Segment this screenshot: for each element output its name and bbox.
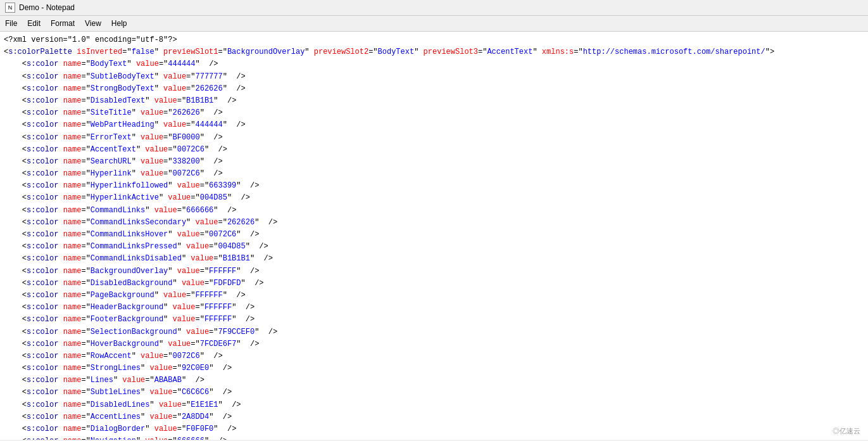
xml-line: <s:color name="DisabledLines" value="E1E… — [4, 399, 864, 411]
xml-line: <s:color name="ErrorText" value="BF0000"… — [4, 132, 864, 144]
xml-line: <s:color name="Lines" value="ABABAB" /> — [4, 374, 864, 387]
title-bar-text: Demo - Notepad — [19, 3, 75, 12]
xml-line: <s:color name="StrongBodyText" value="26… — [4, 83, 864, 95]
xml-line: <s:color name="PageBackground" value="FF… — [4, 290, 864, 302]
xml-line: <s:color name="WebPartHeading" value="44… — [4, 119, 864, 131]
watermark: ◎亿速云 — [833, 426, 860, 436]
xml-line: <s:color name="Hyperlink" value="0072C6"… — [4, 168, 864, 180]
xml-line: <s:color name="FooterBackground" value="… — [4, 314, 864, 326]
xml-line: <s:color name="Hyperlinkfollowed" value=… — [4, 180, 864, 192]
xml-line: <s:color name="DialogBorder" value="F0F0… — [4, 423, 864, 435]
xml-line: <?xml version="1.0" encoding="utf-8"?> — [4, 34, 864, 46]
xml-line: <s:color name="HeaderBackground" value="… — [4, 302, 864, 314]
xml-line: <s:color name="RowAccent" value="0072C6"… — [4, 350, 864, 362]
menu-item-file[interactable]: File — [0, 17, 22, 30]
menu-item-edit[interactable]: Edit — [22, 17, 46, 30]
menu-item-view[interactable]: View — [80, 17, 106, 30]
xml-line: <s:color name="StrongLines" value="92C0E… — [4, 362, 864, 374]
xml-line: <s:color name="HoverBackground" value="7… — [4, 338, 864, 350]
title-bar: N Demo - Notepad — [0, 0, 868, 16]
menu-item-format[interactable]: Format — [46, 17, 80, 30]
xml-line: <s:color name="SubtleLines" value="C6C6C… — [4, 387, 864, 399]
xml-line: <s:color name="BodyText" value="444444" … — [4, 58, 864, 70]
xml-line: <s:color name="CommandLinksDisabled" val… — [4, 253, 864, 265]
app-icon-letter: N — [8, 4, 13, 11]
xml-line: <s:color name="CommandLinksPressed" valu… — [4, 241, 864, 253]
xml-line: <s:color name="CommandLinks" value="6666… — [4, 205, 864, 217]
menu-item-help[interactable]: Help — [106, 17, 132, 30]
xml-line: <s:color name="SelectionBackground" valu… — [4, 326, 864, 338]
xml-line: <s:colorPalette isInverted="false" previ… — [4, 46, 864, 58]
xml-line: <s:color name="DisabledBackground" value… — [4, 278, 864, 290]
xml-line: <s:color name="CommandLinksHover" value=… — [4, 229, 864, 241]
xml-line: <s:color name="SubtleBodyText" value="77… — [4, 71, 864, 83]
xml-line: <s:color name="SiteTitle" value="262626"… — [4, 107, 864, 119]
xml-line: <s:color name="AccentLines" value="2A8DD… — [4, 411, 864, 423]
app-icon: N — [5, 3, 15, 13]
xml-line: <s:color name="BackgroundOverlay" value=… — [4, 265, 864, 278]
xml-line: <s:color name="CommandLinksSecondary" va… — [4, 217, 864, 229]
xml-line: <s:color name="AccentText" value="0072C6… — [4, 144, 864, 156]
xml-line: <s:color name="DisabledText" value="B1B1… — [4, 95, 864, 107]
xml-line: <s:color name="Navigation" value="666666… — [4, 435, 864, 440]
menu-bar: FileEditFormatViewHelp — [0, 16, 868, 32]
content-area[interactable]: <?xml version="1.0" encoding="utf-8"?><s… — [0, 32, 868, 440]
xml-line: <s:color name="SearchURL" value="338200"… — [4, 156, 864, 168]
xml-line: <s:color name="HyperlinkActive" value="0… — [4, 192, 864, 204]
